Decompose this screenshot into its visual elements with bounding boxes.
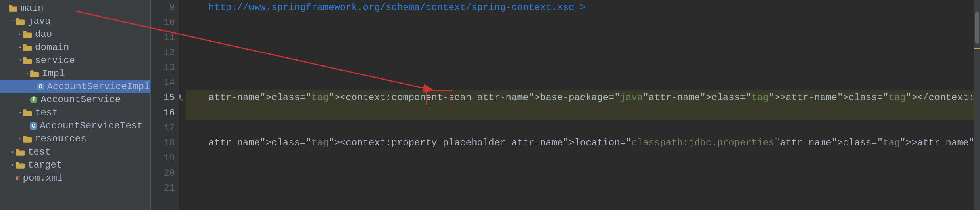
code-line [186, 60, 974, 75]
tree-item-label: test [35, 107, 58, 118]
svg-rect-14 [23, 137, 32, 142]
folder-icon [30, 70, 39, 77]
svg-rect-9 [23, 57, 27, 59]
folder-icon [9, 5, 17, 12]
svg-rect-0 [9, 6, 17, 11]
svg-rect-17 [16, 149, 19, 151]
arrow-down-icon[interactable]: ▾ [17, 58, 23, 63]
tree-item-label: java [28, 16, 51, 27]
arrow-right-icon[interactable]: ▸ [10, 162, 16, 168]
code-line [186, 30, 974, 45]
tree-item-label: pom.xml [23, 173, 63, 183]
tree-item-label: main [21, 3, 44, 13]
tree-item-label: AccountService [40, 94, 121, 105]
scrollbar-thumb[interactable] [975, 12, 979, 44]
line-number: 16 [151, 105, 179, 120]
arrow-down-icon[interactable]: ▾ [10, 19, 16, 24]
svg-rect-4 [23, 32, 32, 38]
folder-icon [23, 44, 32, 51]
folder-icon [23, 136, 32, 143]
tree-item-target[interactable]: ▸ target [0, 158, 150, 172]
folder-icon [23, 57, 32, 64]
tree-item-dao[interactable]: ▸ dao [0, 28, 150, 41]
line-number: 15 [151, 90, 179, 105]
svg-rect-5 [23, 31, 27, 33]
svg-rect-16 [16, 150, 25, 155]
line-number: 10 [151, 15, 179, 30]
svg-rect-8 [23, 59, 32, 64]
svg-rect-12 [23, 111, 32, 116]
comment-text [186, 62, 209, 73]
svg-rect-6 [23, 46, 32, 51]
svg-rect-18 [16, 163, 25, 168]
code-line [186, 181, 974, 196]
code-line: 🔍 attr-name">class="tag"><context:compon… [186, 90, 974, 105]
tree-item-resources[interactable]: ▸ resources [0, 132, 150, 145]
line-number: 9 [151, 0, 179, 15]
arrow-right-icon[interactable]: ▸ [10, 149, 16, 155]
code-line: http://www.springframework.org/schema/co… [186, 0, 974, 15]
tree-item-accountservice[interactable]: IAccountService [0, 93, 150, 106]
code-line [186, 105, 974, 120]
tree-item-label: domain [35, 42, 69, 53]
line-number: 18 [151, 136, 179, 151]
code-line [186, 45, 974, 60]
tree-item-label: Impl [42, 68, 65, 79]
tree-item-impl[interactable]: ▾ Impl [0, 67, 150, 80]
tree-item-label: AccountServiceTest [40, 120, 142, 131]
tree-item-test[interactable]: ▾ test [0, 106, 150, 119]
svg-rect-19 [16, 162, 19, 164]
code-line [186, 151, 974, 166]
tree-item-service[interactable]: ▾ service [0, 54, 150, 67]
svg-rect-10 [30, 72, 39, 77]
tree-item-label: dao [35, 29, 52, 40]
url-text: http://www.springframework.org/schema/co… [186, 2, 586, 13]
arrow-down-icon[interactable]: ▾ [25, 71, 30, 76]
code-line: attr-name">class="tag"><context:property… [186, 136, 974, 151]
code-line [186, 120, 974, 136]
svg-rect-13 [23, 109, 27, 112]
tree-item-label: service [35, 55, 75, 66]
folder-icon [16, 162, 25, 169]
line-number: 17 [151, 120, 179, 136]
folder-icon [16, 149, 25, 156]
svg-rect-3 [16, 18, 19, 20]
tree-item-accountserviceimpl[interactable]: CAccountServiceImpl [0, 80, 150, 93]
arrow-right-icon[interactable]: ▸ [17, 32, 23, 37]
code-line [186, 75, 974, 90]
line-numbers: 9101112131415161718192021 [151, 0, 179, 210]
line-number: 19 [151, 151, 179, 166]
file-tree: main▾ java▸ dao▸ domain▾ service▾ [0, 0, 151, 210]
line-number: 21 [151, 181, 179, 196]
gutter-icon: 🔍 [179, 90, 184, 105]
code-editor: 9101112131415161718192021 http://www.spr… [151, 0, 980, 210]
interface-badge: I [30, 96, 37, 103]
arrow-right-icon[interactable]: ▸ [17, 45, 23, 50]
arrow-right-icon[interactable]: ▸ [17, 136, 23, 142]
tree-item-label: AccountServiceImpl [47, 81, 150, 92]
tree-item-domain[interactable]: ▸ domain [0, 41, 150, 54]
maven-badge: m [16, 175, 20, 182]
line-number: 12 [151, 45, 179, 60]
svg-rect-7 [23, 44, 27, 46]
line-number: 11 [151, 30, 179, 45]
tree-item-java[interactable]: ▾ java [0, 15, 150, 28]
tree-item-label: target [28, 160, 62, 170]
folder-icon [16, 18, 25, 25]
tree-item-accountservicetest[interactable]: CAccountServiceTest [0, 119, 150, 132]
svg-rect-2 [16, 19, 25, 25]
tree-item-pomxml[interactable]: mpom.xml [0, 172, 150, 185]
scrollbar-track[interactable] [974, 0, 980, 210]
code-area: http://www.springframework.org/schema/co… [179, 0, 974, 210]
tree-item-test2[interactable]: ▸ test [0, 145, 150, 158]
class-badge: C [30, 122, 37, 130]
folder-icon [23, 109, 32, 116]
folder-icon [23, 31, 32, 38]
scrollbar-marker [974, 48, 980, 49]
tree-item-label: resources [35, 134, 86, 144]
arrow-down-icon[interactable]: ▾ [17, 110, 23, 116]
line-number: 14 [151, 75, 179, 90]
tree-item-label: test [28, 147, 51, 157]
tree-item-main[interactable]: main [0, 2, 150, 15]
class-badge: C [37, 83, 44, 90]
